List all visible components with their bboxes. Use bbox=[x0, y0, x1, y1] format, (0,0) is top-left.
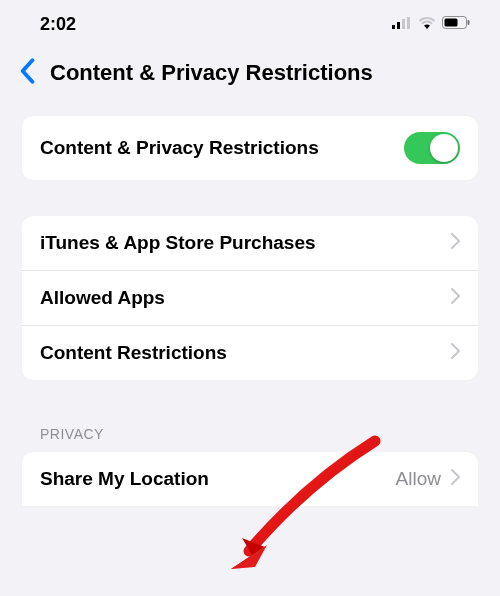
toggle-knob bbox=[430, 134, 458, 162]
privacy-section: Share My Location Allow bbox=[22, 452, 478, 506]
svg-rect-6 bbox=[468, 20, 470, 25]
wifi-icon bbox=[418, 15, 436, 33]
itunes-purchases-row[interactable]: iTunes & App Store Purchases bbox=[22, 216, 478, 270]
row-label: Content Restrictions bbox=[40, 342, 451, 364]
svg-rect-5 bbox=[445, 19, 458, 27]
share-my-location-row[interactable]: Share My Location Allow bbox=[22, 452, 478, 506]
content-privacy-toggle[interactable] bbox=[404, 132, 460, 164]
cellular-icon bbox=[392, 15, 412, 33]
content-restrictions-row[interactable]: Content Restrictions bbox=[22, 325, 478, 380]
svg-marker-7 bbox=[231, 538, 265, 569]
privacy-group-header: PRIVACY bbox=[0, 426, 500, 452]
row-label: Allowed Apps bbox=[40, 287, 451, 309]
back-button[interactable] bbox=[18, 58, 36, 88]
chevron-right-icon bbox=[451, 288, 460, 308]
status-time: 2:02 bbox=[40, 14, 76, 35]
svg-marker-8 bbox=[231, 545, 267, 569]
nav-header: Content & Privacy Restrictions bbox=[0, 48, 500, 116]
allowed-apps-row[interactable]: Allowed Apps bbox=[22, 270, 478, 325]
status-bar: 2:02 bbox=[0, 0, 500, 48]
row-label: Share My Location bbox=[40, 468, 396, 490]
svg-rect-3 bbox=[407, 17, 410, 29]
chevron-right-icon bbox=[451, 469, 460, 489]
svg-rect-0 bbox=[392, 25, 395, 29]
toggle-section: Content & Privacy Restrictions bbox=[22, 116, 478, 180]
row-value: Allow bbox=[396, 468, 441, 490]
svg-rect-1 bbox=[397, 22, 400, 29]
svg-rect-2 bbox=[402, 19, 405, 29]
status-indicators bbox=[392, 15, 470, 33]
battery-icon bbox=[442, 15, 470, 33]
chevron-right-icon bbox=[451, 343, 460, 363]
page-title: Content & Privacy Restrictions bbox=[50, 60, 373, 86]
settings-section: iTunes & App Store Purchases Allowed App… bbox=[22, 216, 478, 380]
toggle-label: Content & Privacy Restrictions bbox=[40, 137, 404, 159]
content-privacy-toggle-row[interactable]: Content & Privacy Restrictions bbox=[22, 116, 478, 180]
chevron-right-icon bbox=[451, 233, 460, 253]
row-label: iTunes & App Store Purchases bbox=[40, 232, 451, 254]
